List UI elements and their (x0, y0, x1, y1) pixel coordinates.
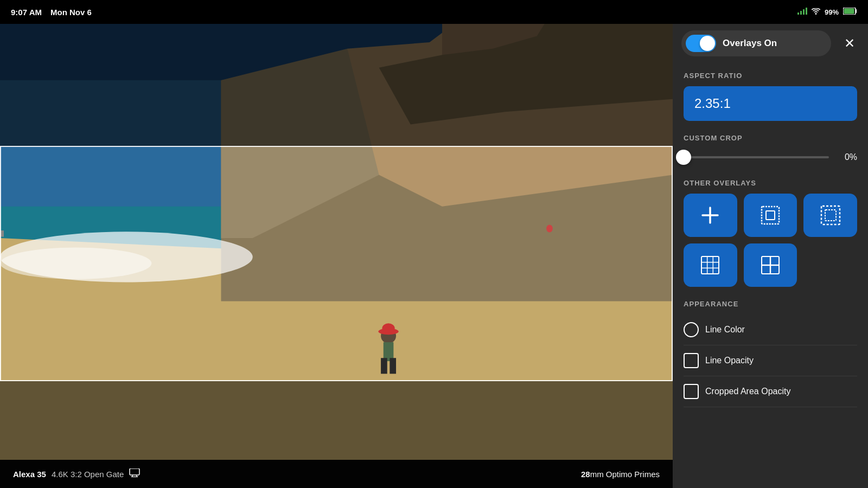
status-bar-left: 9:07 AM Mon Nov 6 (11, 8, 92, 17)
right-panel-header: Overlays On ✕ (673, 24, 868, 63)
line-color-item[interactable]: Line Color (684, 314, 857, 345)
photo-panel: Alexa 35 4.6K 3:2 Open Gate 28mm Optimo … (0, 24, 673, 488)
line-opacity-icon (684, 353, 699, 368)
lens-name: Optimo Primes (606, 470, 660, 479)
cellular-icon (797, 8, 807, 16)
status-bar-right: 99% (797, 8, 857, 16)
crop-percentage: 0% (835, 152, 857, 162)
slider-thumb[interactable] (676, 150, 691, 165)
photo-container (0, 24, 673, 460)
date-display: Mon Nov 6 (50, 8, 92, 17)
cropped-area-opacity-item[interactable]: Cropped Area Opacity (684, 376, 857, 407)
svg-rect-1 (800, 11, 802, 15)
svg-point-22 (382, 323, 394, 333)
appearance-label: APPEARANCE (684, 300, 857, 308)
custom-crop-slider[interactable] (684, 149, 829, 166)
svg-point-16 (0, 247, 151, 279)
status-bar: 9:07 AM Mon Nov 6 99% (0, 0, 868, 24)
svg-rect-33 (821, 206, 840, 224)
battery-icon (843, 8, 857, 16)
lens-unit: mm (590, 470, 604, 479)
other-overlays-label: OTHER OVERLAYS (684, 179, 857, 187)
overlays-grid (684, 194, 857, 287)
aspect-ratio-button[interactable]: 2.35:1 (684, 86, 857, 121)
overlay-plus-button[interactable] (684, 194, 737, 237)
lens-mm: 28 (581, 470, 590, 479)
time-display: 9:07 AM (11, 8, 42, 17)
svg-rect-31 (762, 207, 779, 224)
line-color-icon (684, 322, 699, 337)
custom-crop-row: 0% (684, 149, 857, 166)
svg-rect-35 (701, 256, 719, 274)
right-panel-content: ASPECT RATIO 2.35:1 CUSTOM CROP 0% OTHER… (673, 63, 868, 488)
svg-rect-19 (381, 358, 387, 374)
camera-spec: 4.6K 3:2 Open Gate (52, 470, 124, 479)
monitor-icon (129, 468, 140, 479)
line-color-label: Line Color (705, 325, 745, 335)
svg-rect-32 (766, 211, 775, 220)
overlays-toggle-switch[interactable] (686, 35, 716, 52)
overlay-square-dashes-button[interactable] (803, 194, 857, 237)
slider-track (684, 156, 829, 158)
main-content: Alexa 35 4.6K 3:2 Open Gate 28mm Optimo … (0, 24, 868, 488)
cropped-area-opacity-label: Cropped Area Opacity (705, 387, 790, 396)
svg-rect-25 (130, 468, 139, 475)
custom-crop-label: CUSTOM CROP (684, 134, 857, 142)
photo-scene (0, 24, 673, 460)
cropped-area-opacity-icon (684, 384, 699, 399)
photo-info-bar: Alexa 35 4.6K 3:2 Open Gate 28mm Optimo … (0, 460, 673, 488)
svg-rect-0 (797, 12, 799, 15)
line-opacity-item[interactable]: Line Opacity (684, 345, 857, 376)
svg-rect-5 (844, 9, 854, 14)
svg-point-23 (546, 225, 553, 233)
overlay-hash-button[interactable] (744, 243, 797, 287)
lens-info: 28mm Optimo Primes (581, 470, 660, 479)
svg-rect-24 (0, 230, 4, 237)
svg-rect-3 (806, 8, 807, 15)
line-opacity-label: Line Opacity (705, 356, 754, 365)
overlay-square-dots-button[interactable] (744, 194, 797, 237)
battery-text: 99% (825, 8, 839, 16)
overlays-toggle[interactable]: Overlays On (681, 30, 831, 56)
svg-rect-20 (390, 358, 396, 374)
svg-rect-2 (803, 9, 805, 15)
overlay-grid-button[interactable] (684, 243, 737, 287)
overlays-label: Overlays On (723, 38, 777, 49)
right-panel: Overlays On ✕ ASPECT RATIO 2.35:1 CUSTOM… (673, 24, 868, 488)
camera-name: Alexa 35 (13, 470, 46, 479)
close-button[interactable]: ✕ (840, 34, 859, 53)
camera-info-left: Alexa 35 4.6K 3:2 Open Gate (13, 468, 140, 479)
svg-rect-34 (825, 210, 836, 221)
aspect-ratio-label: ASPECT RATIO (684, 72, 857, 80)
wifi-icon (812, 8, 820, 16)
